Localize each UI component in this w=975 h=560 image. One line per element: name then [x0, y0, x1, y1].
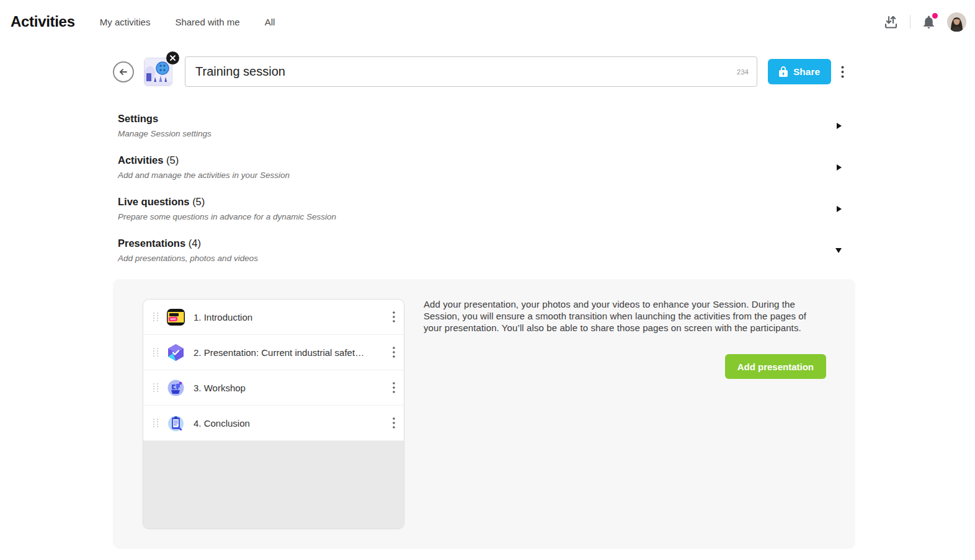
page-title: Activities	[11, 13, 75, 30]
session-menu-kebab-icon[interactable]	[839, 63, 847, 81]
user-avatar[interactable]	[947, 12, 966, 32]
section-activities-expand-arrow-icon[interactable]	[834, 162, 844, 173]
back-button[interactable]	[113, 61, 134, 82]
bell-icon[interactable]	[921, 14, 937, 30]
workshop-thumbnail-icon	[166, 378, 185, 398]
topbar: Activities My activities Shared with me …	[0, 0, 975, 43]
row-menu-kebab-icon[interactable]	[390, 380, 398, 396]
drag-handle-icon[interactable]	[153, 347, 159, 357]
section-settings-expand-arrow-icon[interactable]	[834, 120, 844, 131]
section-presentations-subtitle: Add presentations, photos and videos	[118, 254, 827, 263]
presentation-row-4[interactable]: 4. Conclusion	[143, 406, 404, 441]
presentations-description: Add your presentation, your photos and y…	[424, 299, 826, 334]
presentation-row-label: 2. Presentation: Current industrial safe…	[194, 347, 390, 358]
session-title-field-wrap: 234	[185, 56, 757, 87]
tab-my-activities[interactable]: My activities	[100, 17, 151, 27]
presentations-panel: 1. Introduction	[113, 279, 855, 549]
row-menu-kebab-icon[interactable]	[390, 309, 398, 325]
session-title-input[interactable]	[185, 56, 757, 87]
section-activities-title[interactable]: Activities (5)	[118, 154, 827, 166]
share-button[interactable]: Share	[768, 59, 831, 84]
section-presentations-title[interactable]: Presentations (4)	[118, 238, 827, 249]
section-live-questions-title[interactable]: Live questions (5)	[118, 196, 827, 208]
import-export-icon[interactable]	[883, 14, 899, 30]
topbar-actions	[883, 12, 966, 32]
drag-handle-icon[interactable]	[153, 312, 159, 322]
presentation-row-label: 3. Workshop	[194, 383, 390, 393]
presentation-row-label: 1. Introduction	[194, 312, 390, 322]
section-activities: Activities (5) Add and manage the activi…	[118, 154, 845, 180]
tab-all[interactable]: All	[265, 17, 275, 27]
presentations-list-card: 1. Introduction	[143, 299, 404, 529]
row-menu-kebab-icon[interactable]	[390, 415, 398, 431]
section-presentations-count: (4)	[189, 238, 201, 249]
section-settings-title[interactable]: Settings	[118, 113, 827, 125]
row-menu-kebab-icon[interactable]	[390, 344, 398, 360]
notification-dot	[932, 13, 938, 19]
section-live-questions-expand-arrow-icon[interactable]	[834, 203, 844, 215]
section-activities-subtitle: Add and manage the activities in your Se…	[118, 171, 827, 180]
presentation-thumbnail-icon	[166, 343, 185, 362]
lock-icon	[779, 66, 788, 77]
presentation-row-label: 4. Conclusion	[194, 418, 390, 429]
section-presentations: Presentations (4) Add presentations, pho…	[118, 238, 845, 263]
remove-thumbnail-close-icon[interactable]	[166, 51, 179, 64]
tab-shared-with-me[interactable]: Shared with me	[175, 17, 239, 27]
topbar-tabs: My activities Shared with me All	[100, 17, 275, 27]
section-live-questions-count: (5)	[192, 196, 205, 207]
session-header: 234 Share	[113, 56, 975, 87]
section-live-questions-subtitle: Prepare some questions in advance for a …	[118, 212, 827, 221]
presentation-row-3[interactable]: 3. Workshop	[143, 370, 404, 406]
add-presentation-button[interactable]: Add presentation	[725, 354, 826, 379]
presentation-row-1[interactable]: 1. Introduction	[143, 300, 404, 335]
drag-handle-icon[interactable]	[153, 418, 159, 428]
character-count: 234	[737, 68, 749, 76]
drag-handle-icon[interactable]	[153, 383, 159, 393]
share-button-label: Share	[793, 66, 820, 78]
conclusion-thumbnail-icon	[166, 414, 185, 433]
interactive-video-thumbnail-icon	[166, 308, 185, 327]
session-thumbnail-wrap	[144, 58, 172, 86]
section-settings: Settings Manage Session settings	[118, 113, 845, 138]
presentations-panel-info: Add your presentation, your photos and y…	[404, 299, 826, 529]
topbar-divider	[910, 15, 910, 29]
section-settings-subtitle: Manage Session settings	[118, 129, 827, 138]
section-presentations-collapse-arrow-icon[interactable]	[833, 246, 844, 256]
section-activities-count: (5)	[166, 154, 179, 166]
presentation-row-2[interactable]: 2. Presentation: Current industrial safe…	[143, 335, 404, 370]
section-live-questions: Live questions (5) Prepare some question…	[118, 196, 845, 221]
section-list: Settings Manage Session settings Activit…	[118, 113, 845, 263]
